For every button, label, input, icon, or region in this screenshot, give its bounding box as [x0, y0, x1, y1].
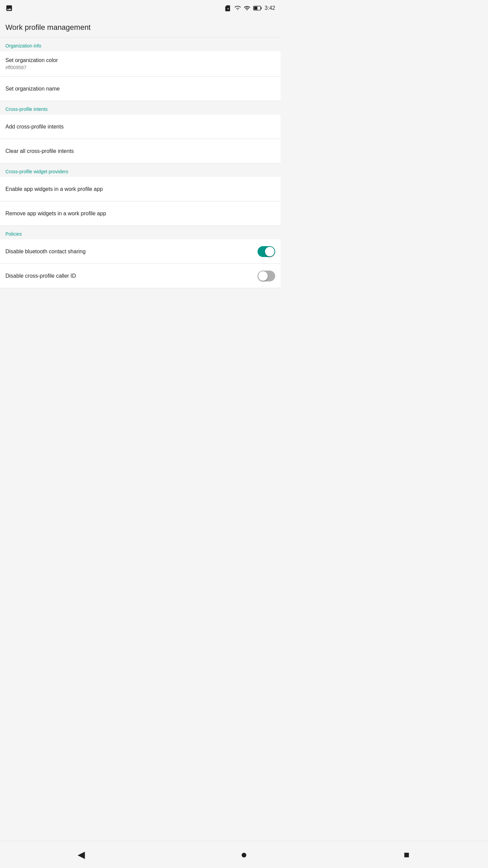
list-item-remove-app-widgets[interactable]: Remove app widgets in a work profile app — [0, 201, 281, 226]
list-item-content-add-cross-profile-intents: Add cross-profile intents — [5, 124, 275, 130]
status-bar-right: 3:42 — [225, 5, 275, 12]
list-item-title-disable-bluetooth-contact-sharing: Disable bluetooth contact sharing — [5, 249, 258, 255]
signal-icon — [234, 5, 241, 12]
list-item-content-set-org-name: Set organization name — [5, 86, 275, 92]
wifi-icon — [244, 5, 250, 12]
list-item-disable-bluetooth-contact-sharing[interactable]: Disable bluetooth contact sharing — [0, 239, 281, 264]
status-bar: 3:42 — [0, 0, 281, 16]
list-item-set-org-name[interactable]: Set organization name — [0, 77, 281, 101]
toggle-container-disable-bluetooth-contact-sharing — [258, 246, 275, 257]
list-item-title-set-org-color: Set organization color — [5, 57, 275, 63]
list-item-title-enable-app-widgets: Enable app widgets in a work profile app — [5, 186, 275, 192]
image-icon — [5, 4, 13, 12]
list-item-disable-cross-profile-caller-id[interactable]: Disable cross-profile caller ID — [0, 264, 281, 288]
toggle-disable-cross-profile-caller-id[interactable] — [258, 271, 275, 281]
battery-icon — [253, 6, 262, 11]
section-header-organization-info: Organization info — [0, 38, 281, 51]
list-item-content-disable-bluetooth-contact-sharing: Disable bluetooth contact sharing — [5, 249, 258, 255]
list-item-content-enable-app-widgets: Enable app widgets in a work profile app — [5, 186, 275, 192]
toggle-knob-disable-bluetooth-contact-sharing — [265, 247, 274, 256]
section-header-policies: Policies — [0, 226, 281, 239]
toggle-container-disable-cross-profile-caller-id — [258, 271, 275, 281]
list-item-content-set-org-color: Set organization color#ff009587 — [5, 57, 275, 70]
list-item-content-remove-app-widgets: Remove app widgets in a work profile app — [5, 211, 275, 217]
content-area: Organization infoSet organization color#… — [0, 38, 281, 288]
list-item-add-cross-profile-intents[interactable]: Add cross-profile intents — [0, 115, 281, 139]
section-header-cross-profile-widget-providers: Cross-profile widget providers — [0, 163, 281, 177]
toggle-knob-disable-cross-profile-caller-id — [258, 271, 268, 281]
page-title: Work profile management — [0, 16, 281, 38]
list-item-content-clear-all-cross-profile-intents: Clear all cross-profile intents — [5, 148, 275, 154]
svg-rect-2 — [261, 7, 262, 9]
section-header-cross-profile-intents: Cross-profile intents — [0, 101, 281, 115]
sim-icon — [225, 5, 231, 12]
list-item-content-disable-cross-profile-caller-id: Disable cross-profile caller ID — [5, 273, 258, 279]
toggle-disable-bluetooth-contact-sharing[interactable] — [258, 246, 275, 257]
list-item-title-set-org-name: Set organization name — [5, 86, 275, 92]
list-item-enable-app-widgets[interactable]: Enable app widgets in a work profile app — [0, 177, 281, 201]
list-item-clear-all-cross-profile-intents[interactable]: Clear all cross-profile intents — [0, 139, 281, 163]
list-item-title-remove-app-widgets: Remove app widgets in a work profile app — [5, 211, 275, 217]
list-item-set-org-color[interactable]: Set organization color#ff009587 — [0, 51, 281, 77]
list-item-subtitle-set-org-color: #ff009587 — [5, 65, 275, 70]
status-bar-left — [5, 4, 13, 12]
list-item-title-disable-cross-profile-caller-id: Disable cross-profile caller ID — [5, 273, 258, 279]
status-time: 3:42 — [265, 5, 275, 11]
svg-rect-1 — [254, 7, 257, 10]
list-item-title-add-cross-profile-intents: Add cross-profile intents — [5, 124, 275, 130]
list-item-title-clear-all-cross-profile-intents: Clear all cross-profile intents — [5, 148, 275, 154]
